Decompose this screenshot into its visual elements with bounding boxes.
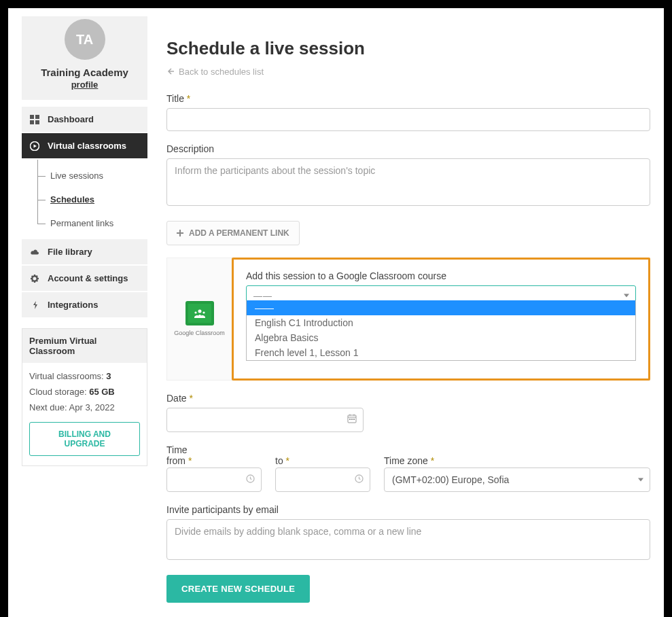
subnav-schedules[interactable]: Schedules [35, 188, 147, 211]
premium-storage: Cloud storage: 65 GB [29, 387, 140, 397]
gc-course-label: Add this session to a Google Classroom c… [246, 270, 636, 281]
svg-rect-16 [353, 419, 355, 420]
dashboard-icon [30, 115, 39, 124]
google-classroom-section: Google Classroom Add this session to a G… [166, 258, 650, 381]
premium-card: Premium Virtual Classroom Virtual classr… [22, 328, 147, 466]
time-label: Time [166, 444, 262, 455]
gc-option-algebra[interactable]: Algebra Basics [247, 330, 635, 345]
premium-classrooms: Virtual classrooms: 3 [29, 371, 140, 381]
svg-rect-6 [177, 232, 183, 234]
add-permanent-link-label: ADD A PERMANENT LINK [189, 228, 289, 238]
nav-account-settings[interactable]: Account & settings [22, 266, 147, 292]
nav-file-library[interactable]: File library [22, 239, 147, 266]
invite-emails-input[interactable] [166, 519, 650, 560]
subnav-live-sessions[interactable]: Live sessions [35, 164, 147, 188]
svg-rect-2 [30, 120, 34, 124]
google-classroom-caption: Google Classroom [174, 330, 225, 336]
gc-option-english[interactable]: English C1 Introduction [247, 315, 635, 330]
sidebar-nav: Dashboard Virtual classrooms Live sessio… [22, 107, 147, 319]
org-name: Training Academy [27, 67, 142, 78]
svg-rect-14 [349, 419, 351, 420]
description-input[interactable] [166, 158, 650, 206]
svg-point-9 [202, 311, 205, 313]
google-classroom-badge: Google Classroom [167, 258, 232, 380]
title-label: Title * [166, 93, 650, 104]
premium-heading: Premium Virtual Classroom [22, 329, 147, 363]
profile-link[interactable]: profile [71, 80, 99, 90]
calendar-icon [347, 414, 357, 426]
subnav-perm-label: Permanent links [50, 218, 113, 228]
avatar: TA [65, 19, 105, 60]
arrow-left-icon [166, 67, 175, 75]
gear-icon [30, 274, 39, 283]
plug-icon [30, 300, 39, 310]
nav-integrations-label: Integrations [48, 300, 98, 310]
svg-rect-1 [35, 115, 39, 119]
subnav-permanent-links[interactable]: Permanent links [35, 211, 147, 235]
nav-dashboard-label: Dashboard [48, 114, 94, 124]
gc-option-blank[interactable]: —— [247, 300, 635, 315]
date-input[interactable] [166, 408, 364, 432]
subnav-schedules-label: Schedules [50, 194, 94, 205]
clock-icon [246, 474, 255, 486]
invite-label: Invite participants by email [166, 504, 650, 515]
svg-rect-0 [30, 115, 34, 119]
page-title: Schedule a live session [166, 38, 650, 59]
date-label: Date * [166, 393, 650, 404]
profile-card: TA Training Academy profile [22, 16, 147, 100]
nav-integrations[interactable]: Integrations [22, 292, 147, 319]
nav-vc-label: Virtual classrooms [48, 141, 126, 151]
subnav-virtual-classrooms: Live sessions Schedules Permanent links [22, 160, 147, 239]
svg-point-7 [198, 310, 201, 313]
nav-account-label: Account & settings [48, 273, 128, 283]
gc-course-dropdown: —— English C1 Introduction Algebra Basic… [246, 300, 636, 361]
nav-dashboard[interactable]: Dashboard [22, 107, 147, 133]
svg-rect-3 [35, 120, 39, 124]
billing-upgrade-button[interactable]: BILLING AND UPGRADE [29, 422, 140, 456]
nav-file-label: File library [48, 247, 92, 257]
google-classroom-icon [185, 301, 214, 325]
add-permanent-link-button[interactable]: ADD A PERMANENT LINK [166, 221, 300, 245]
gc-option-french[interactable]: French level 1, Lesson 1 [247, 345, 635, 360]
to-label: to * [275, 455, 370, 466]
title-input[interactable] [166, 108, 650, 131]
create-schedule-button[interactable]: CREATE NEW SCHEDULE [166, 575, 310, 603]
svg-rect-15 [351, 419, 353, 420]
timezone-select[interactable]: (GMT+02:00) Europe, Sofia [384, 468, 650, 492]
clock-icon [355, 474, 364, 486]
nav-virtual-classrooms[interactable]: Virtual classrooms [22, 133, 147, 160]
back-link-label: Back to schedules list [179, 67, 264, 77]
from-label: from * [166, 455, 262, 466]
subnav-live-label: Live sessions [50, 171, 103, 181]
cloud-icon [30, 247, 39, 257]
plus-icon [177, 230, 183, 236]
back-to-schedules-link[interactable]: Back to schedules list [166, 67, 264, 77]
premium-next-due: Next due: Apr 3, 2022 [29, 402, 140, 412]
play-circle-icon [30, 141, 39, 151]
description-label: Description [166, 143, 650, 154]
svg-point-8 [194, 311, 196, 313]
timezone-label: Time zone * [384, 455, 650, 466]
